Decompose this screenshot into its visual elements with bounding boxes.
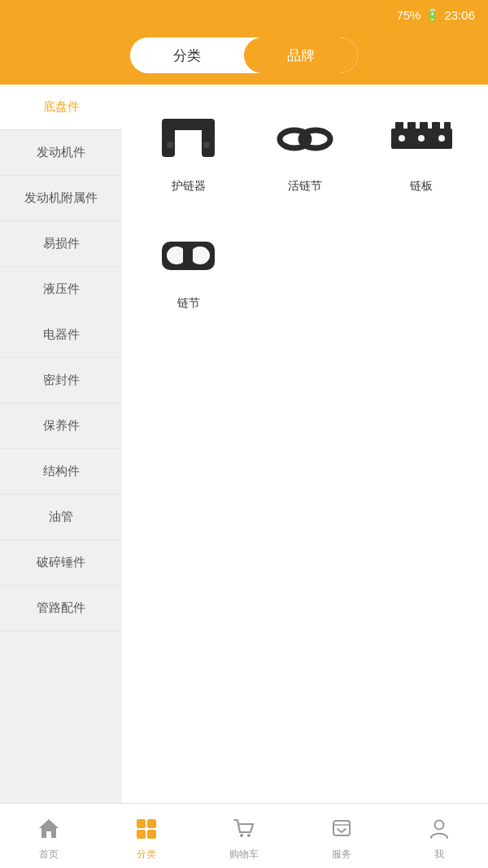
- svg-rect-25: [147, 830, 156, 839]
- svg-point-16: [438, 135, 445, 142]
- battery-percent: 75%: [396, 8, 420, 22]
- nav-home[interactable]: 首页: [0, 811, 98, 861]
- nav-category-label: 分类: [137, 848, 156, 861]
- svg-rect-7: [303, 134, 307, 144]
- sidebar-item-wearable[interactable]: 易损件: [0, 221, 122, 267]
- product-chain-link[interactable]: 活链节: [246, 93, 363, 210]
- nav-service-label: 服务: [332, 848, 351, 861]
- category-icon: [135, 818, 158, 844]
- svg-marker-21: [39, 819, 59, 838]
- sidebar-item-seal[interactable]: 密封件: [0, 358, 122, 403]
- svg-rect-2: [162, 119, 215, 130]
- svg-point-19: [190, 246, 210, 264]
- product-chain-guard-img: [152, 106, 225, 171]
- product-chain-plate[interactable]: 链板: [364, 93, 480, 210]
- sidebar-item-crusher[interactable]: 破碎锤件: [0, 540, 122, 586]
- sidebar-item-pipeline[interactable]: 管路配件: [0, 586, 122, 631]
- svg-point-26: [240, 834, 243, 837]
- svg-rect-12: [432, 122, 440, 132]
- svg-point-4: [203, 142, 210, 148]
- sidebar-item-oilpipe[interactable]: 油管: [0, 495, 122, 540]
- home-icon: [37, 818, 60, 844]
- service-icon: [330, 818, 353, 844]
- nav-cart-label: 购物车: [229, 848, 259, 861]
- chain-plate-icon: [387, 108, 456, 169]
- svg-rect-20: [183, 246, 193, 264]
- sidebar-item-maintenance[interactable]: 保养件: [0, 403, 122, 449]
- svg-point-14: [399, 135, 405, 142]
- product-grid: 护链器 活链节: [122, 85, 488, 803]
- nav-category[interactable]: 分类: [98, 811, 195, 861]
- svg-rect-28: [333, 821, 350, 835]
- cart-icon: [233, 818, 255, 844]
- product-chain-plate-label: 链板: [410, 179, 433, 194]
- me-icon: [428, 818, 451, 844]
- chain-segment-icon: [154, 225, 223, 286]
- tab-header: 分类 品牌: [0, 29, 488, 85]
- sidebar: 底盘件 发动机件 发动机附属件 易损件 液压件 电器件 密封件 保养件 结构件 …: [0, 85, 122, 803]
- sidebar-item-hydraulic[interactable]: 液压件: [0, 267, 122, 312]
- sidebar-item-engine-accessory[interactable]: 发动机附属件: [0, 176, 122, 221]
- tab-brand[interactable]: 品牌: [244, 37, 358, 73]
- tab-toggle: 分类 品牌: [130, 37, 358, 73]
- svg-point-15: [418, 135, 425, 142]
- svg-rect-9: [395, 122, 403, 132]
- sidebar-item-chassis[interactable]: 底盘件: [0, 85, 122, 130]
- svg-rect-10: [407, 122, 416, 132]
- nav-service[interactable]: 服务: [293, 811, 390, 861]
- sidebar-item-structure[interactable]: 结构件: [0, 449, 122, 495]
- nav-cart[interactable]: 购物车: [195, 811, 293, 861]
- nav-me-label: 我: [434, 848, 444, 861]
- svg-point-29: [435, 820, 444, 829]
- product-chain-guard-label: 护链器: [172, 179, 206, 194]
- product-chain-segment[interactable]: 链节: [130, 210, 246, 327]
- product-chain-link-img: [268, 106, 342, 171]
- svg-point-27: [247, 834, 251, 837]
- sidebar-item-engine[interactable]: 发动机件: [0, 130, 122, 176]
- svg-rect-22: [137, 819, 146, 828]
- chain-guard-icon: [154, 108, 223, 169]
- main-content: 底盘件 发动机件 发动机附属件 易损件 液压件 电器件 密封件 保养件 结构件 …: [0, 85, 488, 803]
- product-chain-segment-img: [152, 223, 225, 288]
- bottom-nav: 首页 分类 购物车: [0, 803, 488, 868]
- clock: 23:06: [444, 8, 475, 22]
- product-chain-link-label: 活链节: [288, 179, 322, 194]
- tab-category[interactable]: 分类: [130, 37, 244, 73]
- svg-rect-13: [444, 122, 451, 132]
- product-chain-plate-img: [385, 106, 458, 171]
- svg-point-3: [167, 142, 173, 148]
- battery-icon: 🔋: [425, 8, 439, 21]
- nav-me[interactable]: 我: [390, 811, 488, 861]
- status-bar: 75% 🔋 23:06: [0, 0, 488, 29]
- svg-rect-23: [147, 819, 156, 828]
- sidebar-item-electrical[interactable]: 电器件: [0, 312, 122, 358]
- nav-home-label: 首页: [39, 848, 59, 861]
- svg-rect-24: [137, 830, 146, 839]
- chain-link-icon: [270, 108, 339, 169]
- svg-rect-11: [420, 122, 428, 132]
- product-chain-segment-label: 链节: [177, 296, 200, 311]
- product-chain-guard[interactable]: 护链器: [130, 93, 246, 210]
